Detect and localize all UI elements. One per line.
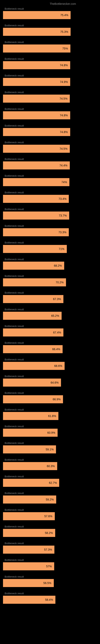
bar-wrapper: 56.5% (3, 579, 97, 587)
bar-row: Bottleneck result67.3% (3, 291, 97, 303)
bar: 67.4% (3, 328, 63, 336)
bar: 74.9% (3, 78, 70, 86)
bar-wrapper: 74.4% (3, 162, 97, 170)
bar-row: Bottleneck result74.9% (3, 74, 97, 86)
bar-row: Bottleneck result60.3% (3, 458, 97, 470)
bar-label: Bottleneck result (3, 24, 97, 27)
bar-row: Bottleneck result60.9% (3, 425, 97, 437)
bar-wrapper: 60.9% (3, 429, 97, 437)
bar-row: Bottleneck result57% (3, 558, 97, 570)
bar-value: 60.3% (47, 464, 55, 468)
bar: 73.3% (3, 228, 69, 236)
bar-value: 74.8% (60, 114, 68, 117)
bar-value: 74.8% (60, 130, 68, 134)
bar-label: Bottleneck result (3, 191, 97, 194)
bar-wrapper: 60.3% (3, 462, 97, 470)
bar-wrapper: 73.3% (3, 228, 97, 236)
bar-wrapper: 58.2% (3, 529, 97, 537)
bar-wrapper: 73.4% (3, 195, 97, 203)
bar-value: 66.4% (52, 348, 60, 351)
bar-value: 62.7% (49, 481, 57, 484)
bar-wrapper: 57.3% (3, 546, 97, 554)
bar: 74.8% (3, 111, 70, 119)
bar: 66.4% (3, 345, 63, 353)
bar-label: Bottleneck result (3, 341, 97, 344)
bar-label: Bottleneck result (3, 158, 97, 160)
bar: 56.5% (3, 579, 54, 587)
bar-label: Bottleneck result (3, 458, 97, 461)
bar-label: Bottleneck result (3, 224, 97, 228)
bar: 67.3% (3, 295, 63, 303)
bar-row: Bottleneck result74.5% (3, 141, 97, 153)
bar-wrapper: 74.8% (3, 111, 97, 119)
bar-value: 67.3% (53, 298, 61, 301)
bar: 64.6% (3, 378, 61, 386)
bar: 73.7% (3, 212, 69, 220)
bar-row: Bottleneck result59.2% (3, 492, 97, 504)
bar-label: Bottleneck result (3, 542, 97, 545)
bar-wrapper: 59.1% (3, 445, 97, 454)
bar-label: Bottleneck result (3, 258, 97, 261)
brand-text: TheBottlenecker.com (50, 2, 76, 6)
bar-label: Bottleneck result (3, 375, 97, 378)
bar: 58.4% (3, 596, 55, 604)
bar-wrapper: 68.6% (3, 362, 97, 370)
bar-value: 70.2% (56, 281, 64, 284)
bar-label: Bottleneck result (3, 525, 97, 528)
bar-label: Bottleneck result (3, 442, 97, 444)
bar-row: Bottleneck result61.8% (3, 408, 97, 420)
bar: 57% (3, 562, 54, 570)
bar-label: Bottleneck result (3, 241, 97, 244)
bar: 74.8% (3, 128, 70, 136)
bar-label: Bottleneck result (3, 291, 97, 294)
bar: 70.2% (3, 278, 66, 286)
bar-row: Bottleneck result65.2% (3, 308, 97, 320)
bar-value: 74.5% (60, 97, 68, 100)
bar: 75% (3, 44, 70, 52)
bar-label: Bottleneck result (3, 174, 97, 177)
bar-row: Bottleneck result74.4% (3, 158, 97, 170)
bar-value: 61.8% (48, 414, 56, 418)
bar-value: 74.9% (60, 80, 68, 84)
bar-value: 66.9% (53, 398, 61, 401)
bar-wrapper: 64.6% (3, 378, 97, 386)
bar-row: Bottleneck result74.8% (3, 108, 97, 119)
bar-row: Bottleneck result75.3% (3, 24, 97, 36)
bar-label: Bottleneck result (3, 392, 97, 394)
bar-label: Bottleneck result (3, 558, 97, 562)
bar-value: 73.7% (59, 214, 67, 217)
bar-row: Bottleneck result75.4% (3, 7, 97, 19)
bar: 75.4% (3, 11, 71, 19)
bar-value: 59.2% (46, 498, 54, 501)
bar-label: Bottleneck result (3, 358, 97, 361)
bar-value: 68.2% (54, 264, 62, 267)
bar-value: 75.4% (60, 14, 68, 17)
bar: 60.9% (3, 429, 58, 437)
bar-row: Bottleneck result66.4% (3, 341, 97, 353)
bar: 62.7% (3, 479, 59, 487)
bar-row: Bottleneck result73.7% (3, 208, 97, 220)
bar-row: Bottleneck result58.4% (3, 592, 97, 604)
bar-wrapper: 66.9% (3, 395, 97, 403)
bar-wrapper: 57% (3, 562, 97, 570)
bar-label: Bottleneck result (3, 508, 97, 512)
bar-wrapper: 65.2% (3, 312, 97, 320)
bar-wrapper: 74.8% (3, 61, 97, 69)
bar-row: Bottleneck result71% (3, 241, 97, 253)
bar-row: Bottleneck result74.8% (3, 57, 97, 69)
bar-wrapper: 67.4% (3, 328, 97, 336)
bar: 59.2% (3, 496, 56, 504)
bar-label: Bottleneck result (3, 91, 97, 94)
bar-wrapper: 74% (3, 178, 97, 186)
bar: 74.4% (3, 162, 70, 170)
bar-row: Bottleneck result68.2% (3, 258, 97, 270)
bar-row: Bottleneck result70.2% (3, 274, 97, 286)
bar-value: 74% (61, 180, 67, 184)
bar-wrapper: 73.7% (3, 212, 97, 220)
bar-label: Bottleneck result (3, 108, 97, 110)
bar-value: 60.9% (48, 431, 55, 434)
bar: 74.8% (3, 61, 70, 69)
bar: 74.5% (3, 145, 70, 153)
bar-wrapper: 62.7% (3, 479, 97, 487)
bar: 61.8% (3, 412, 58, 420)
